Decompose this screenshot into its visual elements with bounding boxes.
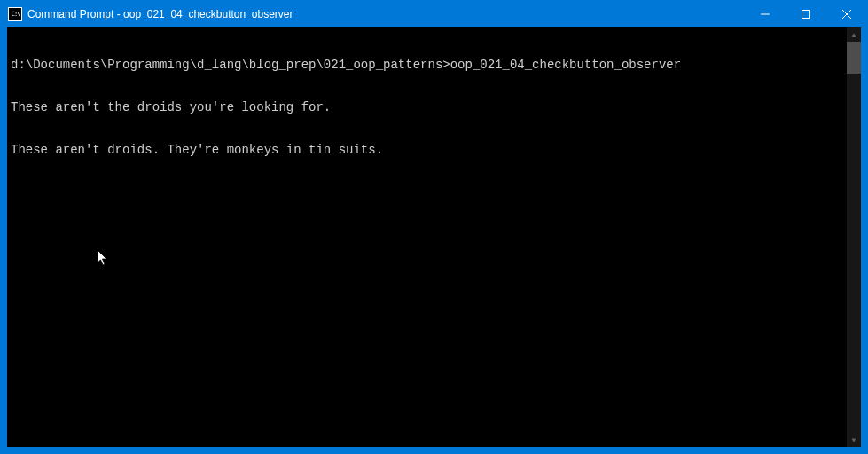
command-prompt-window: C:\ Command Prompt - oop_021_04_checkbut… [0, 0, 868, 454]
minimize-button[interactable] [745, 1, 786, 27]
vertical-scrollbar[interactable]: ▲ ▼ [847, 27, 861, 447]
scroll-thumb[interactable] [847, 42, 861, 74]
terminal-content[interactable]: d:\Documents\Programming\d_lang\blog_pre… [7, 27, 847, 447]
terminal-line: These aren't the droids you're looking f… [11, 100, 843, 114]
window-controls [745, 1, 867, 27]
window-title: Command Prompt - oop_021_04_checkbutton_… [27, 8, 745, 20]
maximize-icon [802, 10, 810, 19]
cmd-icon: C:\ [8, 7, 22, 21]
terminal-line: d:\Documents\Programming\d_lang\blog_pre… [11, 58, 843, 72]
terminal-area[interactable]: d:\Documents\Programming\d_lang\blog_pre… [7, 27, 861, 447]
terminal-line: These aren't droids. They're monkeys in … [11, 143, 843, 157]
scroll-up-arrow[interactable]: ▲ [847, 27, 861, 42]
close-icon [842, 10, 851, 19]
close-button[interactable] [826, 1, 867, 27]
svg-rect-1 [802, 11, 810, 19]
maximize-button[interactable] [786, 1, 826, 27]
scroll-down-arrow[interactable]: ▼ [847, 433, 861, 447]
titlebar[interactable]: C:\ Command Prompt - oop_021_04_checkbut… [1, 1, 867, 27]
minimize-icon [761, 10, 770, 19]
